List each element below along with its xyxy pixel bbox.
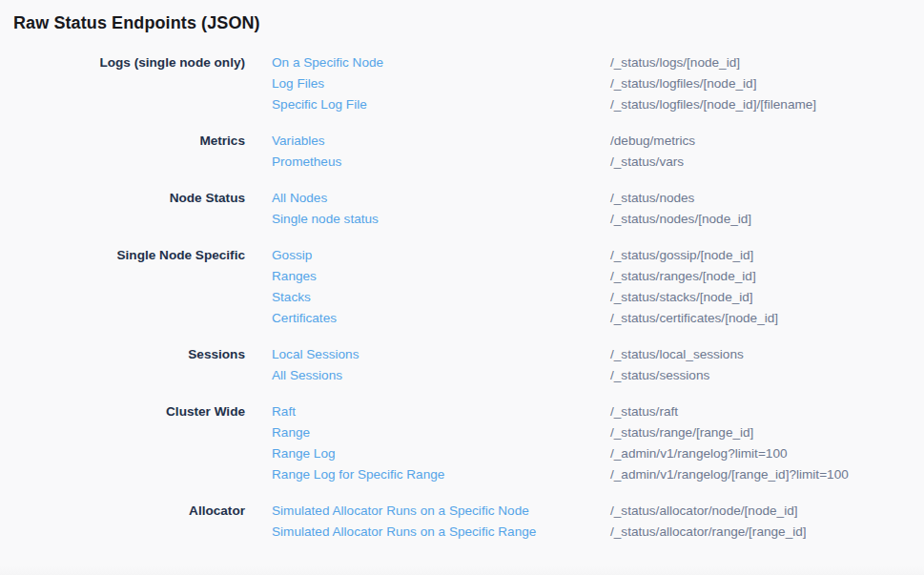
endpoint-paths: /debug/metrics /_status/vars [610,131,924,173]
endpoint-path: /_status/allocator/node/[node_id] [610,501,924,522]
endpoint-link[interactable]: Variables [272,131,610,152]
endpoint-link[interactable]: Specific Log File [272,94,610,115]
endpoint-link[interactable]: Simulated Allocator Runs on a Specific R… [272,522,610,543]
endpoint-path: /_status/nodes/[node_id] [610,209,924,230]
category-label: Logs (single node only) [0,52,272,115]
endpoint-paths: /_status/nodes /_status/nodes/[node_id] [610,188,924,230]
endpoint-group: Cluster Wide Raft Range Range Log Range … [0,401,924,485]
endpoint-paths: /_status/local_sessions /_status/session… [610,344,924,386]
endpoint-path: /_status/logfiles/[node_id] [610,73,924,94]
endpoint-path: /_status/local_sessions [610,344,924,365]
category-label: Single Node Specific [0,245,272,329]
endpoint-path: /_status/logs/[node_id] [610,52,924,73]
endpoint-path: /_status/ranges/[node_id] [610,266,924,287]
endpoint-group: Node Status All Nodes Single node status… [0,188,924,230]
endpoint-paths: /_status/raft /_status/range/[range_id] … [610,401,924,485]
endpoint-path: /_status/raft [610,401,924,422]
category-label: Node Status [0,188,272,230]
endpoint-group: Metrics Variables Prometheus /debug/metr… [0,131,924,173]
endpoint-link[interactable]: On a Specific Node [272,52,610,73]
endpoint-group: Allocator Simulated Allocator Runs on a … [0,501,924,543]
endpoint-links: On a Specific Node Log Files Specific Lo… [272,52,610,115]
endpoint-link[interactable]: All Sessions [272,365,610,386]
endpoints-page: Raw Status Endpoints (JSON) Logs (single… [0,12,924,575]
endpoints-table: Logs (single node only) On a Specific No… [0,52,924,543]
endpoint-link[interactable]: Range [272,422,610,443]
endpoint-link[interactable]: Simulated Allocator Runs on a Specific N… [272,501,610,522]
endpoint-path: /_status/vars [610,152,924,173]
endpoint-link[interactable]: Ranges [272,266,610,287]
endpoint-links: Simulated Allocator Runs on a Specific N… [272,501,610,543]
endpoint-links: Variables Prometheus [272,131,610,173]
category-label: Allocator [0,501,272,543]
endpoint-group: Single Node Specific Gossip Ranges Stack… [0,245,924,329]
endpoint-path: /_status/stacks/[node_id] [610,287,924,308]
endpoint-links: All Nodes Single node status [272,188,610,230]
endpoint-path: /_status/sessions [610,365,924,386]
endpoint-links: Raft Range Range Log Range Log for Speci… [272,401,610,485]
endpoint-link[interactable]: Single node status [272,209,610,230]
category-label: Sessions [0,344,272,386]
endpoint-link[interactable]: Stacks [272,287,610,308]
endpoint-path: /_admin/v1/rangelog?limit=100 [610,443,924,464]
endpoint-link[interactable]: Raft [272,401,610,422]
endpoint-link[interactable]: Range Log [272,443,610,464]
endpoint-path: /_status/certificates/[node_id] [610,308,924,329]
category-label: Cluster Wide [0,401,272,485]
endpoint-path: /debug/metrics [610,131,924,152]
page-title: Raw Status Endpoints (JSON) [13,12,924,34]
endpoint-paths: /_status/allocator/node/[node_id] /_stat… [610,501,924,543]
endpoint-group: Logs (single node only) On a Specific No… [0,52,924,115]
endpoint-paths: /_status/gossip/[node_id] /_status/range… [610,245,924,329]
bottom-fade [0,566,924,575]
category-label: Metrics [0,131,272,173]
endpoint-path: /_status/gossip/[node_id] [610,245,924,266]
endpoint-paths: /_status/logs/[node_id] /_status/logfile… [610,52,924,115]
endpoint-link[interactable]: All Nodes [272,188,610,209]
endpoint-path: /_status/logfiles/[node_id]/[filename] [610,94,924,115]
endpoint-links: Gossip Ranges Stacks Certificates [272,245,610,329]
endpoint-link[interactable]: Log Files [272,73,610,94]
endpoint-links: Local Sessions All Sessions [272,344,610,386]
endpoint-link[interactable]: Prometheus [272,152,610,173]
endpoint-path: /_admin/v1/rangelog/[range_id]?limit=100 [610,464,924,485]
endpoint-link[interactable]: Gossip [272,245,610,266]
endpoint-group: Sessions Local Sessions All Sessions /_s… [0,344,924,386]
endpoint-link[interactable]: Range Log for Specific Range [272,464,610,485]
endpoint-link[interactable]: Local Sessions [272,344,610,365]
endpoint-path: /_status/range/[range_id] [610,422,924,443]
endpoint-link[interactable]: Certificates [272,308,610,329]
endpoint-path: /_status/nodes [610,188,924,209]
endpoint-path: /_status/allocator/range/[range_id] [610,522,924,543]
